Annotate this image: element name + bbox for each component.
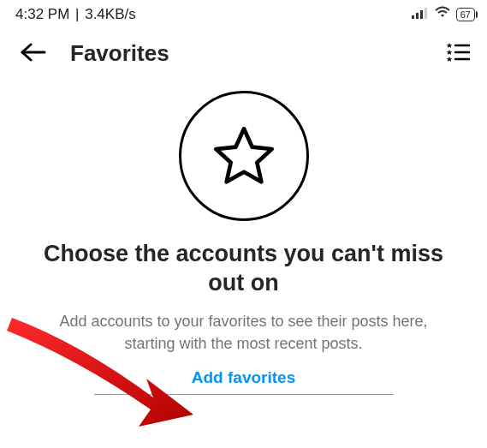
status-separator: | xyxy=(71,6,83,23)
status-right: 67 xyxy=(412,5,475,23)
battery-icon: 67 xyxy=(456,8,475,21)
empty-state-heading: Choose the accounts you can't miss out o… xyxy=(34,240,453,298)
empty-state-subtext: Add accounts to your favorites to see th… xyxy=(34,310,453,355)
status-bar: 4:32 PM | 3.4KB/s 67 xyxy=(0,0,487,28)
status-net-speed: 3.4KB/s xyxy=(85,6,136,23)
app-header: Favorites xyxy=(0,28,487,75)
back-button[interactable] xyxy=(21,42,46,66)
svg-rect-0 xyxy=(412,15,414,19)
svg-rect-3 xyxy=(425,8,427,19)
svg-marker-5 xyxy=(447,43,453,48)
status-left: 4:32 PM | 3.4KB/s xyxy=(15,6,136,23)
signal-icon xyxy=(412,6,429,23)
wifi-icon xyxy=(434,5,451,23)
battery-percent: 67 xyxy=(460,9,471,21)
svg-rect-1 xyxy=(416,13,419,19)
page-title: Favorites xyxy=(70,40,169,67)
status-time: 4:32 PM xyxy=(15,6,69,23)
svg-rect-2 xyxy=(420,10,423,19)
star-circle-icon xyxy=(179,91,309,221)
empty-state: Choose the accounts you can't miss out o… xyxy=(0,75,487,395)
manage-list-button[interactable] xyxy=(446,42,470,66)
svg-marker-7 xyxy=(447,50,453,55)
svg-marker-9 xyxy=(447,57,453,62)
add-favorites-link[interactable]: Add favorites xyxy=(192,368,295,387)
star-outline-icon xyxy=(210,122,278,190)
divider xyxy=(94,394,394,395)
